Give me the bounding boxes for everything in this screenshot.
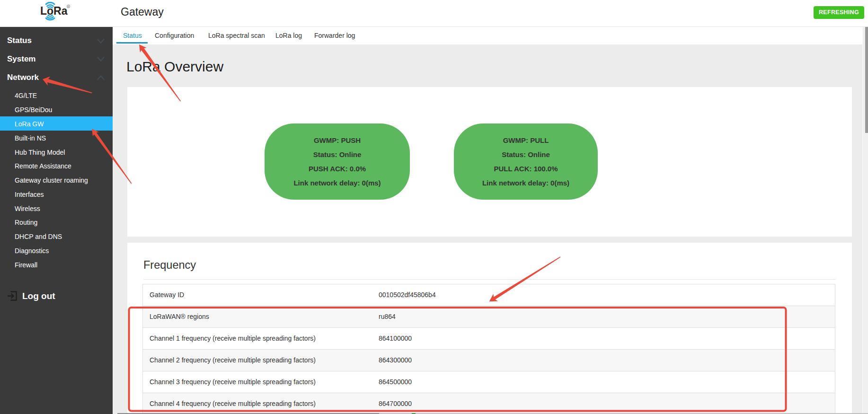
svg-text:R: R — [68, 5, 70, 8]
svg-text:LoRa: LoRa — [40, 5, 68, 17]
